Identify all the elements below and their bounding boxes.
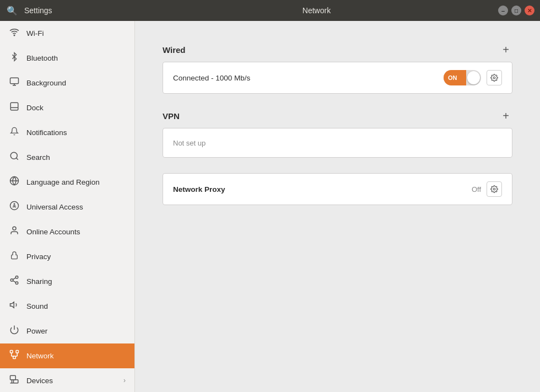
wired-toggle[interactable]: ON <box>444 70 481 85</box>
proxy-card: Network Proxy Off <box>163 173 512 205</box>
svg-rect-4 <box>10 103 18 110</box>
sidebar-label-dock: Dock <box>26 104 126 112</box>
svg-point-15 <box>10 279 13 282</box>
sidebar-item-notifications[interactable]: Notifications <box>0 120 134 145</box>
sharing-icon <box>9 275 20 287</box>
svg-rect-22 <box>16 351 19 353</box>
sidebar-item-network[interactable]: Network <box>0 343 134 368</box>
power-icon <box>9 325 20 337</box>
sidebar-item-power[interactable]: Power <box>0 319 134 343</box>
svg-marker-19 <box>10 302 14 308</box>
sidebar: Wi-Fi Bluetooth Background <box>0 21 135 392</box>
proxy-row: Network Proxy Off <box>163 174 512 205</box>
universal-access-icon <box>9 201 20 213</box>
wired-connection-row: Connected - 1000 Mb/s ON <box>163 62 512 93</box>
search-sidebar-icon <box>9 151 20 163</box>
wired-connection-label: Connected - 1000 Mb/s <box>173 74 444 82</box>
titlebar-page-title: Network <box>135 6 498 15</box>
main-layout: Wi-Fi Bluetooth Background <box>0 21 540 392</box>
vpn-section: VPN + Not set up <box>163 109 512 158</box>
window-controls: – □ ✕ <box>498 6 540 15</box>
wired-gear-button[interactable] <box>487 70 502 85</box>
search-icon: 🔍 <box>7 6 18 16</box>
sidebar-item-sound[interactable]: Sound <box>0 294 134 319</box>
svg-rect-29 <box>14 380 18 383</box>
sidebar-label-privacy: Privacy <box>26 253 126 261</box>
sidebar-item-universal-access[interactable]: Universal Access <box>0 195 134 219</box>
vpn-card: Not set up <box>163 128 512 158</box>
wired-add-button[interactable]: + <box>499 43 512 56</box>
proxy-gear-icon <box>490 185 498 193</box>
sidebar-label-power: Power <box>26 327 126 335</box>
language-icon <box>9 176 20 188</box>
search-button[interactable]: 🔍 <box>4 3 20 18</box>
maximize-button[interactable]: □ <box>511 6 521 15</box>
sidebar-item-wifi[interactable]: Wi-Fi <box>0 21 134 46</box>
wired-gear-icon <box>490 74 498 82</box>
sidebar-item-background[interactable]: Background <box>0 71 134 95</box>
sidebar-item-devices[interactable]: Devices › <box>0 368 134 392</box>
proxy-gear-button[interactable] <box>487 181 502 197</box>
svg-point-35 <box>493 77 495 79</box>
sidebar-label-background: Background <box>26 79 126 87</box>
content-area: Wired + Connected - 1000 Mb/s ON <box>135 21 540 392</box>
dock-icon <box>9 101 20 114</box>
titlebar: 🔍 Settings Network – □ ✕ <box>0 0 540 21</box>
sound-icon <box>9 300 20 312</box>
proxy-controls: Off <box>472 181 502 197</box>
sidebar-item-language[interactable]: Language and Region <box>0 170 134 195</box>
proxy-label: Network Proxy <box>173 185 472 194</box>
vpn-add-button[interactable]: + <box>499 109 512 122</box>
svg-line-18 <box>13 278 15 280</box>
close-button[interactable]: ✕ <box>525 6 534 15</box>
wifi-icon <box>9 27 20 39</box>
vpn-status-row: Not set up <box>163 128 512 157</box>
wired-section: Wired + Connected - 1000 Mb/s ON <box>163 43 512 94</box>
toggle-on-label: ON <box>444 70 466 85</box>
wired-section-header: Wired + <box>163 43 512 56</box>
sidebar-label-bluetooth: Bluetooth <box>26 54 126 62</box>
svg-line-17 <box>13 281 15 282</box>
sidebar-label-sharing: Sharing <box>26 277 126 286</box>
sidebar-label-devices: Devices <box>26 377 117 385</box>
sidebar-label-sound: Sound <box>26 302 126 310</box>
sidebar-item-dock[interactable]: Dock <box>0 95 134 120</box>
vpn-section-header: VPN + <box>163 109 512 122</box>
wired-controls: ON <box>444 70 502 85</box>
svg-point-0 <box>14 35 15 36</box>
titlebar-left: 🔍 Settings <box>0 3 135 18</box>
devices-chevron-icon: › <box>123 377 126 384</box>
sidebar-item-online-accounts[interactable]: Online Accounts <box>0 219 134 244</box>
svg-point-11 <box>14 203 15 205</box>
svg-rect-21 <box>10 351 13 353</box>
online-accounts-icon <box>9 225 20 238</box>
sidebar-label-universal-access: Universal Access <box>26 203 126 211</box>
proxy-section: Network Proxy Off <box>163 173 512 205</box>
sidebar-label-language: Language and Region <box>26 178 126 186</box>
privacy-icon <box>9 250 20 262</box>
wired-section-title: Wired <box>163 45 186 55</box>
sidebar-label-network: Network <box>26 352 126 360</box>
sidebar-item-sharing[interactable]: Sharing <box>0 269 134 294</box>
svg-rect-1 <box>10 78 19 84</box>
sidebar-item-bluetooth[interactable]: Bluetooth <box>0 46 134 71</box>
sidebar-label-online-accounts: Online Accounts <box>26 228 126 236</box>
svg-point-16 <box>15 282 18 284</box>
toggle-circle <box>467 71 480 84</box>
svg-point-36 <box>493 188 495 190</box>
bluetooth-icon <box>9 52 20 64</box>
svg-point-6 <box>10 152 17 159</box>
minimize-button[interactable]: – <box>498 6 508 15</box>
background-icon <box>9 77 20 89</box>
sidebar-label-wifi: Wi-Fi <box>26 29 126 37</box>
sidebar-item-search[interactable]: Search <box>0 145 134 170</box>
svg-point-13 <box>13 227 16 230</box>
wired-card: Connected - 1000 Mb/s ON <box>163 62 512 94</box>
sidebar-label-notifications: Notifications <box>26 128 126 137</box>
vpn-not-setup-label: Not set up <box>173 139 502 147</box>
sidebar-label-search: Search <box>26 153 126 162</box>
titlebar-settings-label: Settings <box>24 6 52 15</box>
network-icon <box>9 350 20 362</box>
sidebar-item-privacy[interactable]: Privacy <box>0 244 134 269</box>
devices-icon <box>9 374 20 386</box>
